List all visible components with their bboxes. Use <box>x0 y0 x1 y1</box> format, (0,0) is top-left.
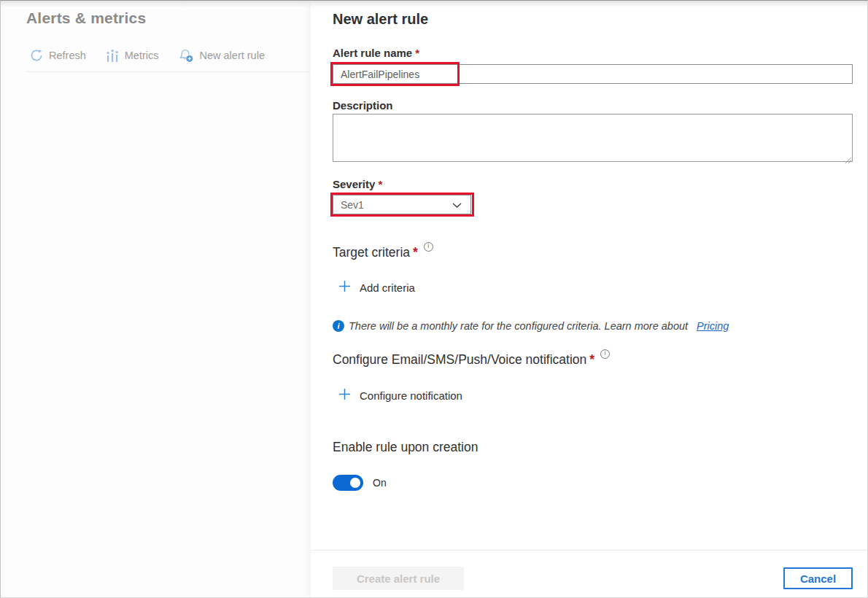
severity-dropdown[interactable]: Sev1 <box>333 195 471 214</box>
pricing-note-text: There will be a monthly rate for the con… <box>349 320 688 332</box>
toggle-knob <box>350 478 360 488</box>
enable-rule-toggle[interactable] <box>333 475 363 491</box>
new-alert-rule-button[interactable]: New alert rule <box>179 49 265 63</box>
cancel-button[interactable]: Cancel <box>783 567 853 589</box>
metrics-button[interactable]: Metrics <box>106 50 159 62</box>
required-asterisk: * <box>589 352 594 367</box>
info-icon[interactable] <box>600 349 610 359</box>
refresh-label: Refresh <box>49 50 86 61</box>
metrics-icon <box>106 50 119 62</box>
alerts-list-panel: Alerts & metrics Refresh <box>1 1 311 598</box>
add-criteria-label: Add criteria <box>360 281 415 294</box>
alert-rule-name-input[interactable] <box>333 64 853 84</box>
toolbar-divider <box>26 71 311 72</box>
add-criteria-button[interactable]: Add criteria <box>338 280 415 295</box>
new-alert-rule-panel: New alert rule Alert rule name* Descript… <box>311 1 868 598</box>
target-criteria-heading: Target criteria* <box>333 242 433 260</box>
severity-label: Severity* <box>333 178 382 190</box>
panel-title: New alert rule <box>333 11 428 28</box>
pricing-link[interactable]: Pricing <box>697 320 729 332</box>
alert-rule-name-label: Alert rule name* <box>333 47 419 59</box>
panel-footer: Create alert rule Cancel <box>311 550 868 598</box>
plus-icon <box>338 388 351 403</box>
enable-rule-label: Enable rule upon creation <box>333 440 478 455</box>
page-title: Alerts & metrics <box>26 9 146 27</box>
description-label: Description <box>333 99 393 112</box>
alerts-metrics-window: Alerts & metrics Refresh <box>0 0 868 598</box>
bell-add-icon <box>179 49 194 63</box>
configure-notification-button[interactable]: Configure notification <box>338 388 462 403</box>
configure-notification-label: Configure notification <box>360 389 462 402</box>
info-filled-icon <box>333 320 344 332</box>
new-alert-rule-label: New alert rule <box>200 50 265 61</box>
refresh-button[interactable]: Refresh <box>30 49 86 62</box>
refresh-icon <box>30 49 43 62</box>
metrics-label: Metrics <box>125 50 159 61</box>
plus-icon <box>338 280 351 295</box>
alerts-toolbar: Refresh Metrics <box>30 44 265 66</box>
pricing-note: There will be a monthly rate for the con… <box>333 320 729 332</box>
enable-rule-toggle-row: On <box>333 475 387 491</box>
description-textarea[interactable] <box>333 114 853 162</box>
required-asterisk: * <box>378 178 382 190</box>
required-asterisk: * <box>413 245 418 260</box>
create-alert-rule-button[interactable]: Create alert rule <box>333 567 464 590</box>
chevron-down-icon <box>452 198 462 211</box>
required-asterisk: * <box>415 47 419 59</box>
toggle-state-label: On <box>373 477 387 489</box>
severity-selected-value: Sev1 <box>341 199 364 211</box>
info-icon[interactable] <box>424 242 433 252</box>
notification-heading: Configure Email/SMS/Push/Voice notificat… <box>333 349 610 368</box>
